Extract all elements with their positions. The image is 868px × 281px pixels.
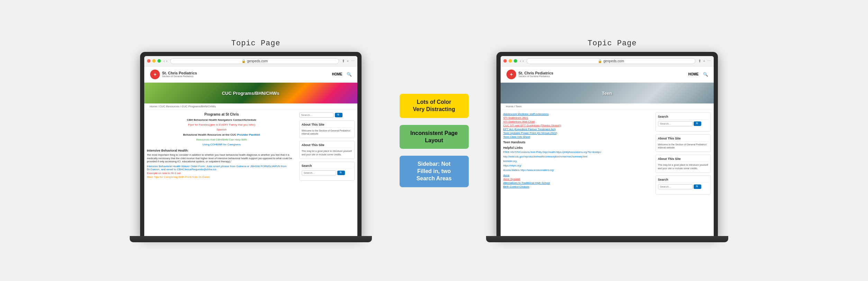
sti-wall-link[interactable]: STI Guidelines Wall Chart: [503, 120, 653, 123]
maximize-button[interactable]: [157, 59, 161, 63]
close-button[interactable]: [147, 59, 150, 63]
back-icon[interactable]: ‹: [164, 59, 165, 63]
left-search-box-1: 🔍: [299, 112, 355, 118]
address-bar[interactable]: 🔒 genpeds.com: [170, 58, 339, 64]
right-breadcrumb: Home / Teen: [501, 103, 714, 110]
callout-color: Lots of ColorVery Distracting: [400, 94, 469, 118]
forward-icon[interactable]: ›: [166, 59, 167, 63]
intensive-text: 'the most important thing to consider in…: [147, 153, 296, 163]
right-search-input-1[interactable]: [658, 121, 693, 126]
right-search-input-2[interactable]: [658, 184, 693, 189]
svg-text:+: +: [153, 72, 156, 77]
left-about-box-2: About This Site This may be a good place…: [299, 141, 355, 159]
about-title-2: About This Site: [302, 143, 352, 148]
left-logo-icon: +: [150, 69, 160, 80]
right-maximize-button[interactable]: [514, 59, 517, 63]
left-scene: Topic Page ‹ › 🔒 genpe: [140, 39, 372, 242]
helpful-bedsider[interactable]: bedsider.org: [503, 160, 653, 163]
right-content-area: Adolescent Medicine staff extensions STI…: [503, 112, 653, 197]
left-search-icon[interactable]: 🔍: [347, 72, 352, 77]
right-share-icon[interactable]: ⬆: [698, 59, 701, 63]
intensive-link[interactable]: Intensive Behavioral Health Waiver Order…: [147, 165, 296, 171]
right-about-text-1: Welcome to the Section of General Pediat…: [658, 143, 709, 150]
right-logo-name: St. Chris Pediatrics: [519, 71, 554, 75]
right-scene: Topic Page ‹ › 🔒 genpe: [496, 39, 728, 242]
url-text: genpeds.com: [247, 59, 268, 63]
intensive-heading: Intensive Behavioral Health:: [147, 149, 296, 152]
acne-link[interactable]: Acne: [503, 174, 653, 177]
more-tips-link[interactable]: More Tips for Completing BHH Form from D…: [147, 175, 296, 179]
right-search-title-2: Search: [658, 178, 709, 183]
helpful-access[interactable]: Access Matters https://www.accessmatters…: [503, 169, 653, 172]
left-logo: + St. Chris Pediatrics Section of Genera…: [150, 69, 197, 80]
ept-link[interactable]: EPT Act (Expedited Partner Treatment Act…: [503, 128, 653, 131]
right-about-box-2: About This Site This may be a good place…: [656, 155, 711, 173]
left-search-btn-2[interactable]: 🔍: [337, 171, 345, 175]
resources-link[interactable]: Resources that CBH/BHN Can Help With: [147, 138, 296, 142]
sti-2021-link[interactable]: STI Guidelines 2021: [503, 116, 653, 119]
right-nav-links: HOME 🔍: [688, 72, 708, 77]
helpful-hiv[interactable]: FREE HIV/STI/Condoms from Philly Dept He…: [503, 151, 653, 154]
left-sidebar: 🔍 About This Site Welcome to the Section…: [299, 112, 355, 183]
flyer-link[interactable]: Flyer for Families(give to EVERY Family …: [147, 123, 296, 127]
adol-link[interactable]: Adolescent Medicine staff extensions: [503, 112, 653, 116]
left-logo-sub: Section of General Pediatrics: [162, 75, 197, 78]
right-logo-sub: Section of General Pediatrics: [519, 75, 554, 78]
right-laptop-base: [486, 236, 728, 242]
nav-controls: ‹ ›: [164, 59, 167, 63]
left-main-content: Programs at St Chris CBH Behavioral Heal…: [144, 110, 357, 186]
right-main-content: Adolescent Medicine staff extensions STI…: [501, 110, 714, 200]
callout-layout-text: Inconsistent PageLayout: [410, 130, 458, 143]
left-search-btn-1[interactable]: 🔍: [335, 113, 342, 117]
right-search-btn-2[interactable]: 🔍: [694, 184, 701, 189]
cbh-link[interactable]: CBH Behavioral Health Navigators Contact…: [147, 118, 296, 122]
right-laptop: ‹ › 🔒 genpeds.com ⬆ + ⋯: [496, 52, 718, 236]
right-search-btn-1[interactable]: 🔍: [694, 121, 701, 126]
right-lock-icon: 🔒: [598, 59, 602, 63]
left-logo-text: St. Chris Pediatrics Section of General …: [162, 71, 197, 78]
cuc-sti-link[interactable]: CUC STI and EPT Guidelines (Thanks Strou…: [503, 124, 653, 127]
right-sidebar: Search 🔍 About This Site Welcome to the …: [656, 112, 711, 197]
left-search-input-1[interactable]: [299, 112, 334, 118]
right-close-button[interactable]: [503, 59, 507, 63]
svg-text:+: +: [510, 72, 512, 77]
left-laptop: ‹ › 🔒 genpeds.com ⬆ + ⋯: [140, 52, 362, 236]
helpful-cdc[interactable]: http://www.cdc.gov/reproductivehealth/co…: [503, 155, 653, 158]
right-home-link[interactable]: HOME: [688, 72, 699, 76]
left-search-input-2[interactable]: [302, 170, 336, 175]
right-minimize-button[interactable]: [509, 59, 512, 63]
alternatives-link[interactable]: Alternatives to Traditional High School: [503, 181, 653, 184]
right-back-icon[interactable]: ‹: [520, 59, 521, 63]
right-website: + St. Chris Pediatrics Section of Genera…: [501, 66, 714, 235]
minimize-button[interactable]: [152, 59, 156, 63]
left-content-area: Programs at St Chris CBH Behavioral Heal…: [147, 112, 296, 183]
left-search-inner: 🔍: [302, 170, 352, 175]
right-address-bar[interactable]: 🔒 genpeds.com: [527, 58, 695, 64]
right-forward-icon[interactable]: ›: [522, 59, 524, 63]
left-site-nav: + St. Chris Pediatrics Section of Genera…: [144, 66, 357, 83]
right-about-title-2: About This Site: [658, 157, 709, 162]
left-home-link[interactable]: HOME: [332, 72, 342, 76]
add-tab-icon[interactable]: +: [347, 59, 349, 63]
menu-icon[interactable]: ⋯: [351, 59, 355, 63]
share-icon[interactable]: ⬆: [342, 59, 345, 63]
browser-actions: ⬆ + ⋯: [342, 59, 354, 63]
cohmar-link[interactable]: Using COHMAR for Caregivers: [147, 143, 296, 146]
birth-control-link[interactable]: Birth Control Choices: [503, 185, 653, 188]
right-site-nav: + St. Chris Pediatrics Section of Genera…: [501, 66, 714, 83]
right-about-box-1: About This Site Welcome to the Section o…: [656, 134, 711, 152]
left-screen: ‹ › 🔒 genpeds.com ⬆ + ⋯: [144, 56, 357, 236]
right-menu-icon[interactable]: ⋯: [707, 59, 711, 63]
right-search-icon[interactable]: 🔍: [703, 72, 708, 77]
spanish-link[interactable]: Spanish: [147, 128, 296, 132]
teen-updates-link[interactable]: Teen Updates Power Point (Dr.Stroud-2022…: [503, 132, 653, 135]
acne-spanish-link[interactable]: Acne Spanish: [503, 178, 653, 181]
helpful-nhprc[interactable]: https://nhprc.org/: [503, 164, 653, 167]
left-logo-name: St. Chris Pediatrics: [162, 71, 197, 75]
right-add-tab-icon[interactable]: +: [703, 59, 705, 63]
right-search-box-1: Search 🔍: [656, 112, 711, 132]
right-url-text: genpeds.com: [603, 59, 624, 63]
teen-info-link[interactable]: Teen Clinic Info Sheet: [503, 135, 653, 138]
example-link[interactable]: Example on how to fill it out: [147, 172, 296, 175]
bh-resources[interactable]: Behavioral Health Resources at the CUC P…: [147, 133, 296, 137]
